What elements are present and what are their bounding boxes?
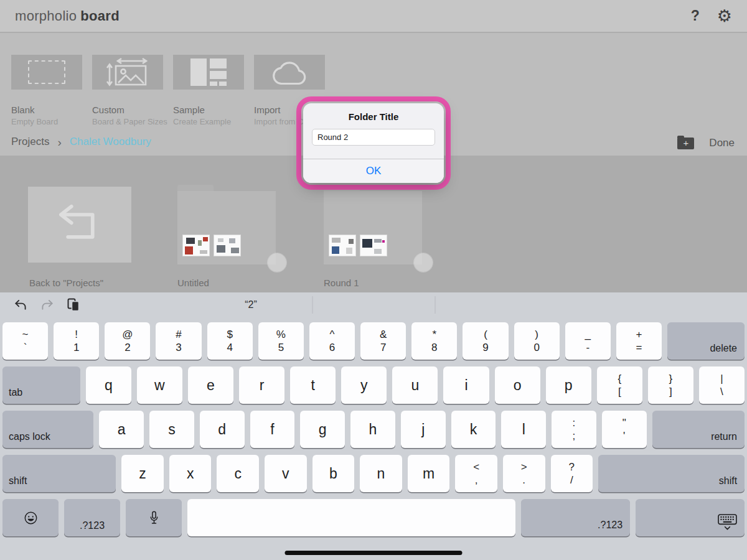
breadcrumb-current-folder[interactable]: Chalet Woodbury: [70, 136, 151, 148]
key-3[interactable]: #3: [156, 322, 201, 360]
breadcrumb: Projects › Chalet Woodbury: [11, 136, 151, 148]
key-v[interactable]: v: [265, 455, 307, 492]
key-8[interactable]: *8: [411, 322, 457, 360]
numbers-key-left[interactable]: .?123: [64, 499, 120, 536]
new-board-tiles: Blank Empty Board Custom Board & Paper S…: [11, 55, 325, 126]
numbers-key-right[interactable]: .?123: [521, 499, 630, 536]
key-9[interactable]: (9: [463, 322, 508, 360]
emoji-key[interactable]: [2, 499, 59, 536]
redo-icon: [40, 299, 54, 311]
key-0[interactable]: )0: [514, 322, 560, 360]
folder-label: Untitled: [177, 278, 209, 288]
key-f[interactable]: f: [250, 411, 295, 448]
help-icon[interactable]: ?: [691, 7, 700, 24]
breadcrumb-projects[interactable]: Projects: [11, 136, 49, 148]
key-1[interactable]: !1: [54, 322, 99, 360]
keyboard-row: shiftzxcvbnm<,>.?/shift: [2, 455, 745, 492]
done-button[interactable]: Done: [709, 137, 735, 149]
key-r[interactable]: r: [239, 366, 284, 404]
key-,[interactable]: <,: [455, 455, 497, 492]
paste-button[interactable]: [67, 298, 80, 312]
tile-sample-board[interactable]: Sample Create Example: [173, 55, 244, 126]
shift-left-key[interactable]: shift: [2, 455, 116, 492]
tile-custom-board[interactable]: Custom Board & Paper Sizes: [92, 55, 163, 126]
key--[interactable]: _-: [565, 322, 611, 360]
suggestion-cell[interactable]: [312, 296, 435, 314]
key-u[interactable]: u: [392, 366, 438, 404]
keyboard-keys: ~`!1@2#3$4%5^6&7*8(9)0_-+=deletetabqwert…: [0, 317, 747, 536]
folder-title-dialog: Folder Title OK: [303, 103, 444, 183]
key-j[interactable]: j: [401, 411, 446, 448]
dictation-key[interactable]: [126, 499, 182, 536]
key-/[interactable]: ?/: [551, 455, 593, 492]
key-=[interactable]: +=: [616, 322, 662, 360]
key-b[interactable]: b: [312, 455, 355, 492]
folder-select-circle[interactable]: [414, 253, 433, 272]
key-i[interactable]: i: [443, 366, 489, 404]
key-w[interactable]: w: [137, 366, 182, 404]
home-indicator[interactable]: [285, 551, 463, 555]
key-y[interactable]: y: [341, 366, 387, 404]
space-key[interactable]: [187, 499, 515, 536]
board-thumbnail: [329, 235, 356, 256]
tab-key[interactable]: tab: [2, 366, 80, 404]
key-n[interactable]: n: [360, 455, 402, 492]
key-6[interactable]: ^6: [309, 322, 355, 360]
key-7[interactable]: &7: [360, 322, 406, 360]
key-k[interactable]: k: [451, 411, 496, 448]
keyboard-accessory-bar: “2”: [0, 292, 747, 317]
key-s[interactable]: s: [149, 411, 194, 448]
key-;[interactable]: :;: [552, 411, 596, 448]
key-h[interactable]: h: [350, 411, 395, 448]
key-5[interactable]: %5: [258, 322, 304, 360]
key-l[interactable]: l: [501, 411, 546, 448]
key-c[interactable]: c: [217, 455, 259, 492]
tile-subtitle: Empty Board: [11, 117, 82, 126]
shift-right-key[interactable]: shift: [598, 455, 745, 492]
key-d[interactable]: d: [200, 411, 245, 448]
redo-button[interactable]: [40, 299, 54, 311]
key-][interactable]: }]: [648, 366, 693, 404]
dismiss-keyboard-key[interactable]: [636, 499, 745, 536]
key-m[interactable]: m: [408, 455, 450, 492]
delete-key[interactable]: delete: [667, 322, 745, 360]
key-x[interactable]: x: [169, 455, 212, 492]
key-.[interactable]: >.: [503, 455, 545, 492]
key-z[interactable]: z: [121, 455, 164, 492]
blank-board-icon: [28, 60, 65, 84]
app-title: morpholioboard: [15, 8, 120, 24]
key-q[interactable]: q: [86, 366, 131, 404]
folder-select-circle[interactable]: [268, 253, 286, 272]
key-e[interactable]: e: [188, 366, 233, 404]
tile-subtitle: Board & Paper Sizes: [92, 117, 163, 126]
key-\[interactable]: |\: [699, 366, 745, 404]
undo-button[interactable]: [14, 299, 27, 311]
emoji-icon: [24, 511, 38, 525]
ok-button[interactable]: OK: [303, 159, 444, 183]
board-thumbnail: [182, 235, 210, 256]
suggestion-cell[interactable]: [435, 296, 558, 314]
folder-card-untitled[interactable]: [177, 191, 276, 264]
key-g[interactable]: g: [300, 411, 345, 448]
app-title-light: morpholio: [15, 8, 77, 24]
caps-lock-key[interactable]: caps lock: [2, 411, 93, 448]
key-a[interactable]: a: [99, 411, 144, 448]
key-4[interactable]: $4: [207, 322, 253, 360]
folder-label: Round 1: [324, 278, 359, 288]
gear-icon[interactable]: ⚙: [717, 7, 732, 24]
key-t[interactable]: t: [290, 366, 336, 404]
tile-blank-board[interactable]: Blank Empty Board: [11, 55, 82, 126]
key-[[interactable]: {[: [597, 366, 642, 404]
paste-icon: [67, 298, 80, 312]
key-o[interactable]: o: [495, 366, 540, 404]
key-`[interactable]: ~`: [2, 322, 48, 360]
folder-title-input[interactable]: [312, 129, 435, 146]
suggestion-cell[interactable]: “2”: [190, 296, 312, 314]
add-folder-icon[interactable]: +: [677, 138, 694, 149]
folder-card-round1[interactable]: [324, 191, 422, 264]
key-'[interactable]: "': [602, 411, 647, 448]
key-2[interactable]: @2: [105, 322, 150, 360]
return-key[interactable]: return: [652, 411, 745, 448]
back-to-projects-card[interactable]: [28, 187, 131, 263]
key-p[interactable]: p: [546, 366, 591, 404]
